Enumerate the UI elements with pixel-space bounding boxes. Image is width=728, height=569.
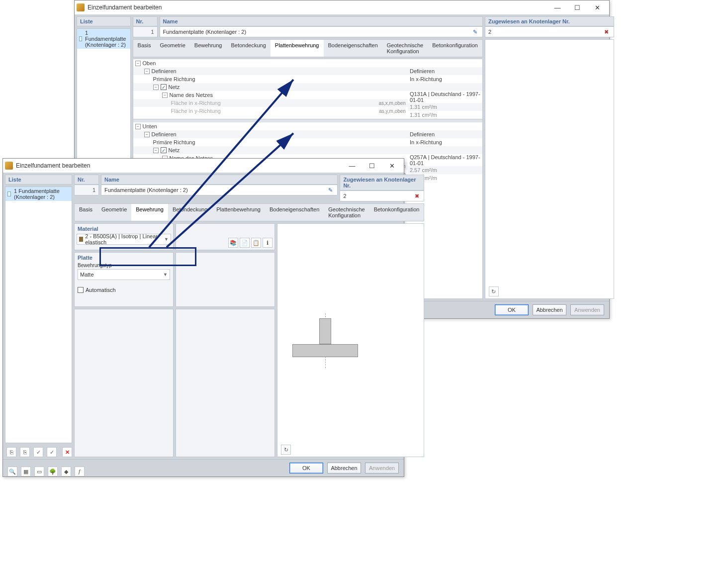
list-item[interactable]: 1 Fundamentplatte (Knotenlager : 2) [77,29,130,49]
tool-icon[interactable]: ▦ [21,467,31,476]
refresh-icon[interactable]: ↻ [489,286,499,296]
tab-geometrie[interactable]: Geometrie [155,40,189,57]
tab-betonkonfig[interactable]: Betonkonfiguration [428,40,482,57]
apply-button[interactable]: Anwenden [365,463,399,474]
minimize-button[interactable]: — [342,159,362,173]
tool-icon[interactable]: 🔍 [7,467,17,476]
nr-header: Nr. [133,16,158,26]
tab-basis[interactable]: Basis [75,204,97,221]
edit-icon[interactable]: ✎ [471,28,479,36]
toolbar-icon[interactable]: ✓ [33,447,43,457]
info-icon[interactable]: ℹ [263,238,273,248]
tab-plattenbewehrung[interactable]: Plattenbewehrung [271,40,324,57]
tab-bodeneigenschaften[interactable]: Bodeneigenschaften [324,40,382,57]
tree-label: Primäre Richtung [153,139,195,145]
expander-icon[interactable]: − [153,85,159,90]
assigned-input-text: 2 [488,29,491,35]
pick-icon[interactable]: ✖ [603,28,611,36]
cancel-button[interactable]: Abbrechen [533,304,566,315]
list-header: Liste [5,175,72,185]
tab-bodeneigenschaften[interactable]: Bodeneigenschaften [265,204,324,221]
new-icon[interactable]: 📄 [240,238,250,248]
apply-button[interactable]: Anwenden [570,304,604,315]
tree-node-netz[interactable]: Netz [169,84,180,90]
chevron-down-icon: ▼ [163,272,168,277]
tab-geotech[interactable]: Geotechnische Konfiguration [324,204,369,221]
tree-node-oben[interactable]: Oben [143,60,156,66]
cancel-button[interactable]: Abbrechen [327,463,361,474]
refresh-icon[interactable]: ↻ [281,445,291,455]
assigned-input[interactable]: 2 ✖ [340,190,424,201]
ok-button[interactable]: OK [495,304,529,315]
expander-icon[interactable]: − [144,132,150,137]
tab-bewehrung[interactable]: Bewehrung [190,40,227,57]
pick-icon[interactable]: ✖ [413,192,421,200]
name-input[interactable]: Fundamentplatte (Knotenlager : 2) ✎ [101,185,338,195]
edit-icon[interactable]: ✎ [326,186,334,194]
tree-node-netzname[interactable]: Name des Netzes [170,92,213,98]
tool-icon[interactable]: ƒ [75,467,85,476]
expander-icon[interactable]: − [135,61,141,66]
tool-icon[interactable]: ◆ [61,467,71,476]
nr-header: Nr. [74,175,99,185]
expander-icon[interactable]: − [144,69,150,74]
toolbar-icon[interactable]: ⎘ [20,447,30,457]
tree-label: Primäre Richtung [153,76,195,82]
copy-icon[interactable]: 📋 [251,238,261,248]
assigned-header: Zugewiesen an Knotenlager Nr. [340,175,424,190]
assigned-input-text: 2 [343,193,346,199]
tab-geometrie[interactable]: Geometrie [97,204,131,221]
checkbox-netz-unten[interactable]: ✓ [161,147,167,153]
section-platte: Platte [75,253,173,263]
tab-basis[interactable]: Basis [133,40,156,57]
list-item-label: 1 Fundamentplatte (Knotenlager : 2) [85,30,128,48]
list-item[interactable]: 1 Fundamentplatte (Knotenlager : 2) [5,187,72,201]
minimize-button[interactable]: — [547,0,567,14]
expander-icon[interactable]: − [162,93,168,98]
expander-icon[interactable]: − [153,148,159,153]
tab-betondeckung[interactable]: Betondeckung [226,40,270,57]
checkbox-automatisch[interactable] [78,287,84,293]
bewehrungstyp-dropdown[interactable]: Matte ▼ [78,269,170,280]
tab-bar: Basis Geometrie Bewehrung Betondeckung P… [133,39,483,57]
tree-node-netz[interactable]: Netz [169,147,180,153]
assigned-input[interactable]: 2 ✖ [485,26,614,37]
delete-icon[interactable]: ✕ [62,447,72,457]
toolbar-icon[interactable]: ⎘ [6,447,16,457]
ok-button[interactable]: OK [289,463,323,474]
tool-icon[interactable]: ▭ [34,467,44,476]
tree-num: 1.31 [410,104,420,110]
toolbar-icon[interactable]: ✓ [47,447,57,457]
maximize-button[interactable]: ☐ [362,159,382,173]
tree-symbol: as,x,m,oben [378,100,405,106]
tree-value: Definieren [410,131,435,137]
tree-node-unten[interactable]: Unten [143,123,157,129]
tree-leaf: Fläche in x-Richtung [171,100,221,106]
tab-betondeckung[interactable]: Betondeckung [168,204,212,221]
titlebar-back: Einzelfundament bearbeiten — ☐ ✕ [75,0,609,14]
tree-unit: cm²/m [422,167,437,173]
maximize-button[interactable]: ☐ [567,0,587,14]
library-icon[interactable]: 📚 [228,238,238,248]
tab-bewehrung[interactable]: Bewehrung [131,204,168,221]
tab-geotech[interactable]: Geotechnische Konfiguration [382,40,428,57]
name-input[interactable]: Fundamentplatte (Knotenlager : 2) ✎ [160,26,483,37]
expander-icon[interactable]: − [135,124,141,129]
titlebar-front: Einzelfundament bearbeiten — ☐ ✕ [3,159,404,173]
tree-node-definieren[interactable]: Definieren [152,131,177,137]
tool-icon[interactable]: 🌳 [48,467,58,476]
material-dropdown[interactable]: 2 - B500S(A) | Isotrop | Linear elastisc… [77,234,171,245]
chevron-down-icon: ▼ [164,237,169,242]
tree-node-definieren[interactable]: Definieren [152,68,177,74]
nr-value: 1 [74,185,99,195]
tree-symbol: as,y,m,oben [379,108,406,114]
tab-plattenbewehrung[interactable]: Plattenbewehrung [212,204,265,221]
section-material: Material [75,224,173,234]
name-header: Name [101,175,338,185]
window-title: Einzelfundament bearbeiten [16,162,342,169]
checkbox-netz-oben[interactable]: ✓ [161,84,167,90]
close-button[interactable]: ✕ [382,159,402,173]
close-button[interactable]: ✕ [587,0,607,14]
tab-betonkonfig[interactable]: Betonkonfiguration [369,204,424,221]
bewehrungstyp-value: Matte [80,272,94,278]
